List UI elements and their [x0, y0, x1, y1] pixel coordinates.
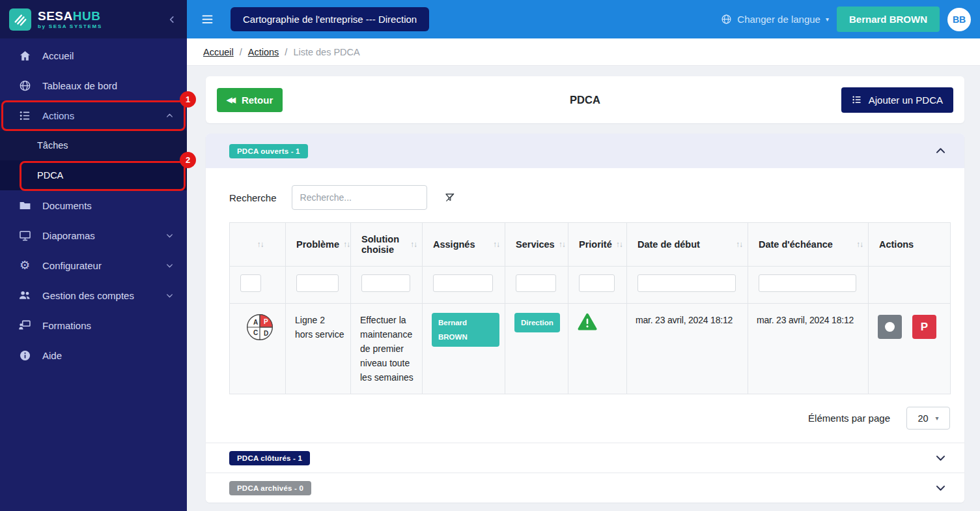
- column-header-assignes[interactable]: Assignés↑↓: [423, 223, 505, 267]
- brand-secondary: HUB: [73, 9, 101, 23]
- column-header-services[interactable]: Services↑↓: [505, 223, 568, 267]
- display-icon: [18, 229, 31, 242]
- chevron-down-icon: [165, 291, 174, 300]
- sort-icon[interactable]: ↑↓: [257, 240, 264, 249]
- filter-input-date-debut[interactable]: [637, 274, 736, 292]
- sort-icon[interactable]: ↑↓: [559, 240, 565, 249]
- cell-date-debut: mar. 23 avril, 2024 18:12: [627, 304, 748, 394]
- pdca-phase-button[interactable]: P: [912, 315, 936, 339]
- cell-probleme: Ligne 2 hors service: [286, 304, 351, 394]
- back-button[interactable]: ◀◀ Retour: [217, 88, 283, 112]
- cell-actions: P: [869, 304, 951, 394]
- chevron-down-icon: [165, 231, 174, 240]
- list-icon: [852, 95, 862, 105]
- per-page-select[interactable]: 20 ▾: [906, 407, 950, 430]
- sort-icon[interactable]: ↑↓: [343, 240, 350, 249]
- globe-language-icon: [721, 14, 732, 25]
- pdca-table: ↑↓ Problème↑↓ Solution choisie↑↓ Assigné…: [229, 222, 951, 394]
- sort-icon[interactable]: ↑↓: [616, 240, 623, 249]
- sidebar-subitem-pdca[interactable]: PDCA: [0, 160, 187, 190]
- sidebar-item-label: Accueil: [42, 50, 74, 61]
- cell-priorite: [568, 304, 627, 394]
- hamburger-menu-icon[interactable]: [201, 12, 214, 26]
- filter-input-priorite[interactable]: [579, 274, 615, 292]
- annotation-step-2: 2: [180, 152, 196, 168]
- sidebar-collapse-icon[interactable]: [165, 12, 179, 27]
- section-badge-ouverts: PDCA ouverts - 1: [229, 144, 308, 158]
- chevron-down-icon[interactable]: [934, 482, 947, 494]
- language-switcher[interactable]: Changer de langue ▾: [721, 14, 829, 25]
- pdca-list-card: PDCA ouverts - 1 Recherche ↑↓: [206, 134, 964, 503]
- sidebar-item-label: Aide: [42, 350, 62, 361]
- sidebar-item-gestion-des-comptes[interactable]: Gestion des comptes: [0, 280, 187, 310]
- column-label: Assignés: [433, 239, 475, 250]
- search-input[interactable]: [292, 185, 427, 210]
- chevron-up-icon[interactable]: [934, 145, 947, 157]
- brand-primary: SESA: [38, 9, 73, 23]
- topbar: Cartographie de l'entreprise --- Directi…: [187, 0, 980, 38]
- status-action-button[interactable]: [878, 315, 902, 339]
- sidebar-item-accueil[interactable]: Accueil: [0, 40, 187, 70]
- sort-icon[interactable]: ↑↓: [856, 240, 863, 249]
- filter-input-date-echeance[interactable]: [759, 274, 856, 292]
- double-left-arrow-icon: ◀◀: [227, 96, 236, 104]
- sidebar-item-documents[interactable]: Documents: [0, 190, 187, 220]
- sidebar-menu: Accueil Tableaux de bord Actions Tâches …: [0, 38, 187, 370]
- column-header-actions: Actions: [869, 223, 951, 267]
- filter-input-probleme[interactable]: [296, 274, 339, 292]
- context-selector[interactable]: Cartographie de l'entreprise --- Directi…: [231, 7, 429, 31]
- section-pdca-archives[interactable]: PDCA archivés - 0: [206, 473, 964, 503]
- avatar[interactable]: BB: [947, 8, 971, 31]
- filter-input-services[interactable]: [516, 274, 556, 292]
- sidebar-subitem-label: Tâches: [37, 140, 68, 151]
- sidebar-item-diaporamas[interactable]: Diaporamas: [0, 220, 187, 250]
- sidebar-item-label: Actions: [42, 110, 74, 121]
- sesahub-logo-icon: [9, 8, 31, 31]
- breadcrumb: Accueil / Actions / Liste des PDCA: [187, 38, 980, 66]
- filter-input-icon-col[interactable]: [240, 274, 261, 292]
- language-label: Changer de langue: [737, 14, 820, 25]
- logo-row: SESAHUB by SESA SYSTEMS: [0, 0, 187, 38]
- column-header-solution[interactable]: Solution choisie↑↓: [351, 223, 423, 267]
- user-button[interactable]: Bernard BROWN: [837, 7, 940, 32]
- breadcrumb-actions[interactable]: Actions: [248, 47, 279, 57]
- column-header-icon[interactable]: ↑↓: [230, 223, 286, 267]
- section-pdca-ouverts[interactable]: PDCA ouverts - 1: [206, 134, 964, 168]
- column-header-probleme[interactable]: Problème↑↓: [286, 223, 351, 267]
- sidebar-item-label: Diaporamas: [42, 230, 95, 241]
- breadcrumb-accueil[interactable]: Accueil: [203, 47, 234, 57]
- sort-icon[interactable]: ↑↓: [410, 240, 417, 249]
- section-pdca-clotures[interactable]: PDCA clôturés - 1: [206, 443, 964, 473]
- column-label: Problème: [296, 239, 339, 250]
- back-button-label: Retour: [242, 95, 273, 106]
- svg-text:C: C: [253, 329, 258, 336]
- column-label: Services: [516, 239, 555, 250]
- add-pdca-button[interactable]: Ajouter un PDCA: [841, 87, 953, 113]
- chevron-down-icon[interactable]: [934, 452, 947, 464]
- sort-icon[interactable]: ↑↓: [736, 240, 742, 249]
- column-header-date-debut[interactable]: Date de début↑↓: [627, 223, 748, 267]
- service-badge: Direction: [514, 313, 560, 332]
- gears-icon: ⚙: [18, 258, 31, 272]
- chalkboard-user-icon: [18, 319, 31, 332]
- home-icon: [18, 50, 31, 62]
- sidebar-item-actions[interactable]: Actions: [0, 100, 187, 130]
- brand-text: SESAHUB by SESA SYSTEMS: [38, 10, 158, 29]
- filter-input-assignes[interactable]: [433, 274, 493, 292]
- table-header-row: ↑↓ Problème↑↓ Solution choisie↑↓ Assigné…: [230, 223, 951, 267]
- sidebar-subitem-taches[interactable]: Tâches: [0, 130, 187, 160]
- sidebar-item-aide[interactable]: Aide: [0, 340, 187, 370]
- column-label: Date de début: [637, 239, 700, 250]
- sidebar-item-label: Tableaux de bord: [42, 80, 117, 91]
- sidebar-item-formations[interactable]: Formations: [0, 310, 187, 340]
- column-header-date-echeance[interactable]: Date d'échéance↑↓: [748, 223, 869, 267]
- filter-off-icon[interactable]: [444, 192, 456, 203]
- sidebar-subitem-label: PDCA: [37, 170, 63, 181]
- caret-down-icon: ▾: [936, 415, 939, 422]
- pdca-wheel-icon: A P C D: [246, 314, 273, 341]
- sidebar-item-tableaux-de-bord[interactable]: Tableaux de bord: [0, 70, 187, 100]
- filter-input-solution[interactable]: [361, 274, 410, 292]
- sidebar-item-configurateur[interactable]: ⚙ Configurateur: [0, 250, 187, 280]
- sort-icon[interactable]: ↑↓: [493, 240, 499, 249]
- column-header-priorite[interactable]: Priorité↑↓: [568, 223, 627, 267]
